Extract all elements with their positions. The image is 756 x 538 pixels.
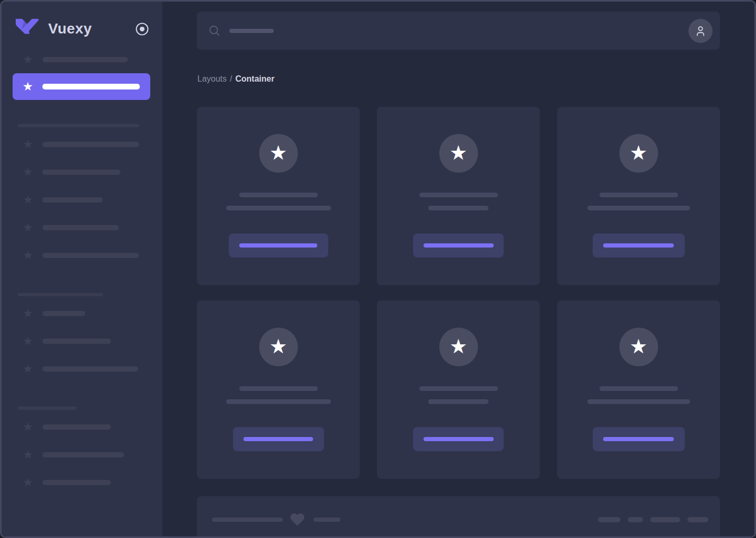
star-avatar: ★ xyxy=(259,328,298,366)
heart-icon xyxy=(290,512,305,526)
star-icon: ★ xyxy=(629,143,647,164)
skeleton-bar xyxy=(628,517,643,522)
menu-pin-toggle-icon[interactable] xyxy=(135,22,149,36)
skeleton-line xyxy=(428,399,488,404)
logo-row: Vuexy xyxy=(2,2,162,39)
sidebar-item-active[interactable]: ★ xyxy=(13,73,150,100)
button-label-bar xyxy=(603,437,674,441)
star-icon: ★ xyxy=(21,477,34,488)
star-avatar: ★ xyxy=(439,134,478,173)
skeleton-line xyxy=(226,206,331,210)
skeleton-line xyxy=(239,386,318,391)
sidebar-item[interactable]: ★ xyxy=(13,468,150,496)
content-card: ★ xyxy=(377,300,540,479)
sidebar-item[interactable]: ★ xyxy=(13,413,150,441)
sidebar: Vuexy ★ ★ ★ ★ ★ ★ ★ ★ ★ xyxy=(2,2,162,536)
button-placeholder[interactable] xyxy=(233,427,324,451)
star-icon: ★ xyxy=(21,166,34,178)
sidebar-item[interactable]: ★ xyxy=(13,130,150,158)
skeleton-bar xyxy=(42,170,120,175)
star-icon: ★ xyxy=(21,421,34,433)
skeleton-bar xyxy=(42,311,85,316)
footer-right-bars xyxy=(598,517,708,522)
skeleton-bar xyxy=(42,84,140,89)
star-icon: ★ xyxy=(21,308,34,319)
sidebar-item[interactable]: ★ xyxy=(13,299,150,327)
vuexy-logo-icon xyxy=(16,19,40,39)
footer-card xyxy=(197,496,720,538)
star-icon: ★ xyxy=(269,337,287,358)
breadcrumb-parent[interactable]: Layouts xyxy=(197,74,227,84)
button-placeholder[interactable] xyxy=(593,427,685,451)
star-avatar: ★ xyxy=(259,134,298,173)
nav-section-header xyxy=(18,293,103,296)
breadcrumb-current: Container xyxy=(236,74,275,84)
sidebar-item[interactable]: ★ xyxy=(13,158,150,186)
button-label-bar xyxy=(243,437,313,441)
skeleton-line xyxy=(599,386,678,391)
sidebar-item[interactable]: ★ xyxy=(13,355,150,383)
button-label-bar xyxy=(603,243,674,248)
skeleton-bar xyxy=(42,424,111,430)
content-card: ★ xyxy=(377,107,540,285)
star-icon: ★ xyxy=(21,222,34,233)
star-icon: ★ xyxy=(21,250,34,261)
star-icon: ★ xyxy=(21,449,34,461)
sidebar-item[interactable]: ★ xyxy=(13,441,150,468)
button-label-bar xyxy=(424,243,494,248)
breadcrumb: Layouts / Container xyxy=(197,74,720,84)
star-icon: ★ xyxy=(21,54,34,65)
skeleton-line xyxy=(599,193,678,197)
button-placeholder[interactable] xyxy=(413,427,504,451)
button-placeholder[interactable] xyxy=(413,233,504,257)
sidebar-item[interactable]: ★ xyxy=(13,186,150,214)
skeleton-bar xyxy=(314,518,340,522)
skeleton-line xyxy=(587,399,690,404)
sidebar-item[interactable]: ★ xyxy=(13,214,150,241)
skeleton-bar xyxy=(42,57,128,62)
sidebar-item[interactable]: ★ xyxy=(13,241,150,269)
skeleton-line xyxy=(419,386,498,391)
nav-section-header xyxy=(18,124,139,127)
skeleton-line xyxy=(428,206,488,210)
star-icon: ★ xyxy=(21,81,34,93)
skeleton-bar xyxy=(42,197,103,203)
skeleton-bar xyxy=(687,517,708,522)
skeleton-line xyxy=(419,193,498,197)
star-icon: ★ xyxy=(269,143,287,164)
skeleton-bar xyxy=(212,518,283,522)
user-avatar[interactable] xyxy=(688,19,713,43)
card-grid: ★ ★ ★ ★ ★ xyxy=(197,107,720,479)
app-title: Vuexy xyxy=(48,20,92,37)
button-placeholder[interactable] xyxy=(229,233,328,257)
nav-section: ★ ★ ★ xyxy=(13,293,150,383)
skeleton-bar xyxy=(650,517,680,522)
main-content: Layouts / Container ★ ★ ★ ★ xyxy=(162,2,754,536)
skeleton-bar xyxy=(42,253,139,258)
star-icon: ★ xyxy=(21,194,34,206)
star-icon: ★ xyxy=(21,139,34,150)
skeleton-bar xyxy=(42,142,139,147)
skeleton-line xyxy=(226,399,331,404)
star-icon: ★ xyxy=(21,335,34,347)
nav-section: ★ ★ ★ xyxy=(13,407,150,496)
star-icon: ★ xyxy=(449,143,467,164)
star-avatar: ★ xyxy=(619,134,658,173)
sidebar-item[interactable]: ★ xyxy=(13,46,150,73)
search-bar[interactable] xyxy=(197,12,720,50)
sidebar-item[interactable]: ★ xyxy=(13,327,150,355)
nav-section-header xyxy=(18,407,76,410)
skeleton-bar xyxy=(42,339,111,344)
app-window: Vuexy ★ ★ ★ ★ ★ ★ ★ ★ ★ xyxy=(0,0,756,538)
skeleton-bar xyxy=(42,452,124,457)
button-placeholder[interactable] xyxy=(593,233,685,257)
skeleton-bar xyxy=(598,517,620,522)
content-card: ★ xyxy=(557,300,720,479)
nav-section: ★ ★ ★ ★ ★ xyxy=(13,124,150,269)
sidebar-nav: ★ ★ ★ ★ ★ ★ ★ ★ ★ ★ ★ ★ ★ xyxy=(2,46,162,496)
star-icon: ★ xyxy=(21,363,34,375)
skeleton-line xyxy=(239,193,318,197)
content-card: ★ xyxy=(197,107,360,285)
skeleton-bar xyxy=(42,225,119,230)
person-icon xyxy=(694,24,707,38)
